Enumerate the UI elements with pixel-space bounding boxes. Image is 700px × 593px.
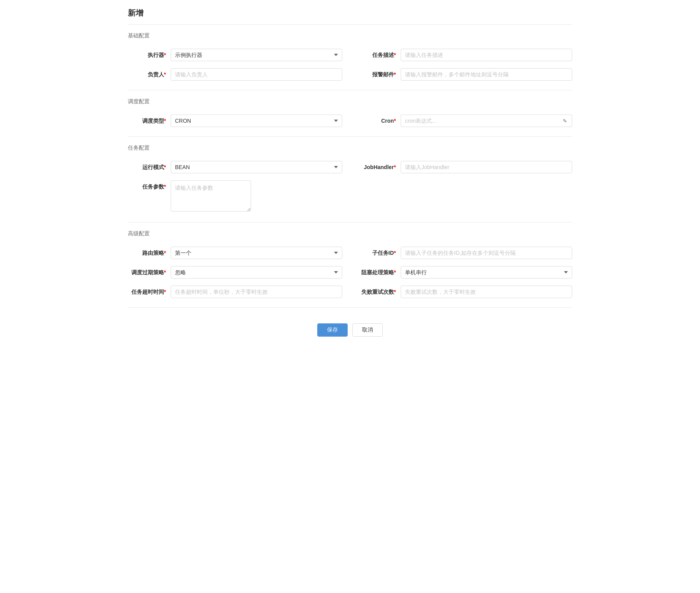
cron-input[interactable] [401, 115, 558, 127]
alert-email-required: * [394, 71, 396, 78]
row-runmode-jobhandler: 运行模式* BEAN JobHandler* [128, 161, 572, 173]
row-owner-email: 负责人* 报警邮件* [128, 68, 572, 81]
route-strategy-select[interactable]: 第一个 [171, 247, 342, 259]
retry-count-label: 失败重试次数* [358, 286, 401, 298]
route-strategy-required: * [164, 250, 166, 256]
run-mode-required: * [164, 164, 166, 170]
executor-label: 执行器* [128, 49, 171, 61]
footer-actions: 保存 取消 [128, 316, 572, 344]
owner-label: 负责人* [128, 68, 171, 81]
task-params-required: * [164, 184, 166, 190]
basic-config-section: 基础配置 执行器* 示例执行器 任务描述* 负责人* [128, 32, 572, 81]
timeout-required: * [164, 289, 166, 295]
cancel-button[interactable]: 取消 [352, 323, 383, 337]
divider-task-advanced [128, 222, 572, 222]
schedule-config-title: 调度配置 [128, 98, 572, 108]
row-task-params: 任务参数* [128, 180, 572, 213]
field-run-mode: 运行模式* BEAN [128, 161, 342, 173]
divider-bottom [128, 307, 572, 308]
sub-task-id-label: 子任务ID* [358, 247, 401, 259]
alert-email-label: 报警邮件* [358, 68, 401, 81]
field-schedule-type: 调度类型* CRON [128, 115, 342, 127]
field-route-strategy: 路由策略* 第一个 [128, 247, 342, 259]
timeout-label: 任务超时时间* [128, 286, 171, 298]
field-task-params: 任务参数* [128, 180, 572, 213]
edit-icon: ✎ [563, 118, 567, 124]
field-cron: Cron* ✎ [358, 115, 572, 127]
cron-edit-button[interactable]: ✎ [558, 115, 572, 127]
cron-required: * [394, 118, 396, 124]
executor-select[interactable]: 示例执行器 [171, 49, 342, 61]
schedule-expire-required: * [164, 269, 166, 275]
block-strategy-select[interactable]: 单机串行 [401, 266, 572, 279]
field-retry-count: 失败重试次数* [358, 286, 572, 298]
field-sub-task-id: 子任务ID* [358, 247, 572, 259]
task-desc-label: 任务描述* [358, 49, 401, 61]
block-strategy-required: * [394, 269, 396, 275]
schedule-config-section: 调度配置 调度类型* CRON Cron* ✎ [128, 98, 572, 127]
advanced-config-section: 高级配置 路由策略* 第一个 子任务ID* 调度过期 [128, 230, 572, 298]
schedule-expire-label: 调度过期策略* [128, 266, 171, 279]
field-executor: 执行器* 示例执行器 [128, 49, 342, 61]
field-timeout: 任务超时时间* [128, 286, 342, 298]
executor-required: * [164, 52, 166, 58]
run-mode-label: 运行模式* [128, 161, 171, 173]
run-mode-select[interactable]: BEAN [171, 161, 342, 173]
retry-count-required: * [394, 289, 396, 295]
save-button[interactable]: 保存 [317, 323, 348, 337]
row-timeout-retry: 任务超时时间* 失败重试次数* [128, 286, 572, 298]
cron-field-wrapper: ✎ [401, 115, 572, 127]
field-job-handler: JobHandler* [358, 161, 572, 173]
alert-email-input[interactable] [401, 68, 572, 81]
schedule-type-select[interactable]: CRON [171, 115, 342, 127]
job-handler-input[interactable] [401, 161, 572, 173]
field-owner: 负责人* [128, 68, 342, 81]
task-config-section: 任务配置 运行模式* BEAN JobHandler* [128, 145, 572, 213]
job-handler-required: * [394, 164, 396, 170]
row-executor-taskdesc: 执行器* 示例执行器 任务描述* [128, 49, 572, 61]
row-schedule-cron: 调度类型* CRON Cron* ✎ [128, 115, 572, 127]
owner-required: * [164, 71, 166, 78]
row-expire-block: 调度过期策略* 忽略 阻塞处理策略* 单机串行 [128, 266, 572, 279]
sub-task-id-input[interactable] [401, 247, 572, 259]
page-container: 新增 基础配置 执行器* 示例执行器 任务描述* [116, 0, 584, 352]
owner-input[interactable] [171, 68, 342, 81]
field-alert-email: 报警邮件* [358, 68, 572, 81]
task-desc-required: * [394, 52, 396, 58]
job-handler-label: JobHandler* [358, 161, 401, 173]
field-schedule-expire: 调度过期策略* 忽略 [128, 266, 342, 279]
route-strategy-label: 路由策略* [128, 247, 171, 259]
task-desc-input[interactable] [401, 49, 572, 61]
field-task-desc: 任务描述* [358, 49, 572, 61]
sub-task-id-required: * [394, 250, 396, 256]
timeout-input[interactable] [171, 286, 342, 298]
divider-schedule-task [128, 136, 572, 137]
row-route-subtask: 路由策略* 第一个 子任务ID* [128, 247, 572, 259]
divider-basic-schedule [128, 90, 572, 90]
block-strategy-label: 阻塞处理策略* [358, 266, 401, 279]
task-config-title: 任务配置 [128, 145, 572, 155]
retry-count-input[interactable] [401, 286, 572, 298]
task-params-input-area [171, 180, 572, 213]
schedule-type-required: * [164, 118, 166, 124]
page-title: 新增 [128, 8, 572, 25]
task-params-textarea[interactable] [171, 180, 251, 212]
schedule-type-label: 调度类型* [128, 115, 171, 127]
basic-config-title: 基础配置 [128, 32, 572, 42]
cron-label: Cron* [358, 115, 401, 127]
task-params-label: 任务参数* [128, 180, 171, 193]
field-block-strategy: 阻塞处理策略* 单机串行 [358, 266, 572, 279]
advanced-config-title: 高级配置 [128, 230, 572, 240]
schedule-expire-select[interactable]: 忽略 [171, 266, 342, 279]
